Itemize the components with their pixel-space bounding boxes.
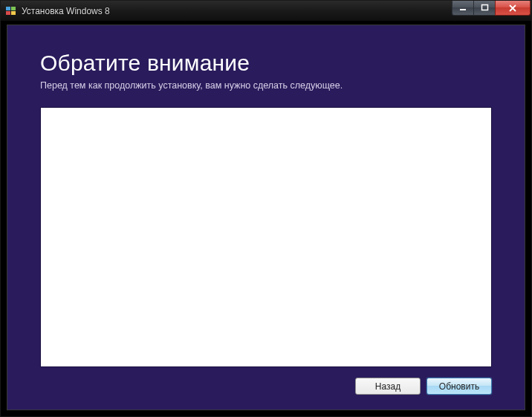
- svg-rect-4: [460, 9, 466, 10]
- page-subtext: Перед тем как продолжить установку, вам …: [40, 80, 492, 91]
- window-title: Установка Windows 8: [22, 6, 110, 16]
- content-frame: Обратите внимание Перед тем как продолжи…: [7, 25, 525, 410]
- svg-rect-3: [11, 11, 16, 15]
- app-icon: [5, 5, 17, 17]
- svg-rect-5: [481, 5, 487, 10]
- svg-rect-1: [11, 7, 16, 10]
- back-button[interactable]: Назад: [355, 378, 421, 395]
- maximize-button[interactable]: [473, 1, 496, 16]
- info-panel: [40, 107, 492, 367]
- window-controls: [452, 1, 531, 16]
- close-button[interactable]: [495, 1, 531, 16]
- button-row: Назад Обновить: [40, 378, 492, 395]
- refresh-button[interactable]: Обновить: [426, 378, 492, 395]
- minimize-button[interactable]: [452, 1, 474, 16]
- page-heading: Обратите внимание: [40, 51, 492, 76]
- installer-window: Установка Windows 8 Обратите внимание Пе…: [0, 0, 532, 417]
- svg-rect-0: [6, 7, 10, 10]
- titlebar[interactable]: Установка Windows 8: [1, 1, 531, 22]
- svg-rect-2: [6, 11, 10, 15]
